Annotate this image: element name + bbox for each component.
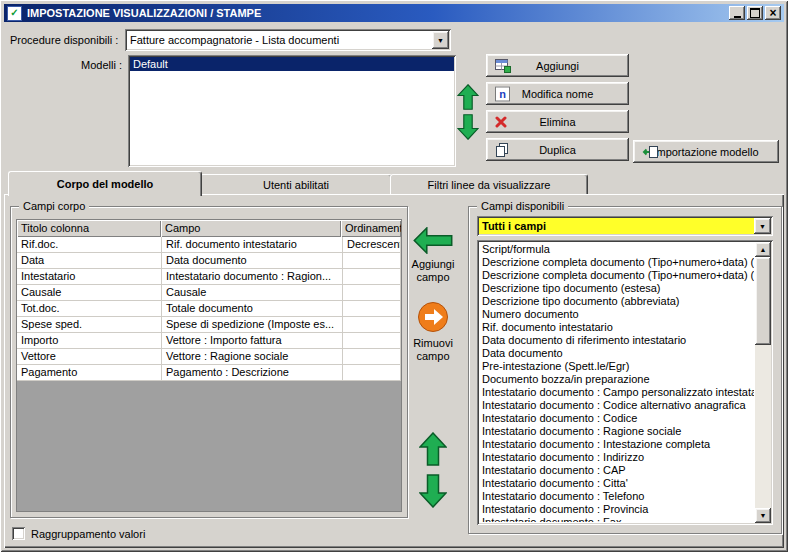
available-field-item[interactable]: Intestatario documento : Ragione sociale [480,425,754,438]
tab-corpo-del-modello[interactable]: Corpo del modello [8,171,202,196]
available-fields-list[interactable]: Script/formula Descrizione completa docu… [477,240,773,525]
available-field-item[interactable]: Intestatario documento : Indirizzo [480,451,754,464]
add-field-button[interactable] [413,227,453,254]
model-item-default[interactable]: Default [130,57,454,71]
elimina-button[interactable]: Elimina [486,110,629,133]
raggruppamento-checkbox[interactable] [12,527,25,540]
cell-ordinamento [343,317,401,333]
cell-ordinamento [343,333,401,349]
aggiungi-label: Aggiungi [536,60,579,72]
cell-ordinamento [343,253,401,269]
maximize-button[interactable] [747,6,763,20]
campi-disponibili-group-label: Campi disponibili [477,200,568,212]
cell-titolo-colonna: Spese sped. [17,317,162,333]
cell-campo: Data documento [162,253,343,269]
cell-campo: Rif. documento intestatario [162,237,343,253]
available-field-item[interactable]: Intestatario documento : Telefono [480,490,754,503]
table-row[interactable]: Data Data documento [17,253,401,269]
model-move-up-button[interactable] [457,84,479,110]
fields-filter-select[interactable]: Tutti i campi ▼ [477,216,773,236]
cell-titolo-colonna: Intestatario [17,269,162,285]
green-down-arrow-icon [419,474,447,508]
cell-titolo-colonna: Pagamento [17,365,162,381]
cell-ordinamento [343,301,401,317]
available-field-item[interactable]: Data documento [480,347,754,360]
available-field-item[interactable]: Intestatario documento : Intestazione co… [480,438,754,451]
add-field-label: Aggiungi campo [403,258,463,284]
importazione-modello-button[interactable]: Importazione modello [633,140,779,163]
minimize-button[interactable] [729,6,745,20]
cell-titolo-colonna: Importo [17,333,162,349]
available-fields-items: Script/formula Descrizione completa docu… [480,243,754,522]
aggiungi-button[interactable]: Aggiungi [486,54,629,77]
available-field-item[interactable]: Intestatario documento : Campo personali… [480,386,754,399]
available-field-item[interactable]: Descrizione completa documento (Tipo+num… [480,269,754,282]
scroll-down-button[interactable]: ▼ [755,508,771,523]
procedure-select[interactable]: Fatture accompagnatorie - Lista document… [125,29,451,51]
cell-ordinamento [343,285,401,301]
table-row[interactable]: Spese sped. Spese di spedizione (Imposte… [17,317,401,333]
available-field-item[interactable]: Intestatario documento : Codice [480,412,754,425]
column-header-titolo-colonna[interactable]: Titolo colonna [17,220,161,237]
window-title: IMPOSTAZIONE VISUALIZZAZIONI / STAMPE [27,7,727,19]
available-field-item[interactable]: Script/formula [480,243,754,256]
cell-titolo-colonna: Vettore [17,349,162,365]
scroll-up-button[interactable]: ▲ [755,242,771,257]
available-field-item[interactable]: Numero documento [480,308,754,321]
tab-content-panel: Campi corpo Titolo colonna Campo Ordinam… [4,194,784,548]
table-header-row: Titolo colonna Campo Ordinamento [17,220,401,237]
maximize-icon [750,8,760,18]
green-up-arrow-icon [419,432,447,466]
table-row[interactable]: Vettore Vettore : Ragione sociale [17,349,401,365]
available-field-item[interactable]: Descrizione completa documento (Tipo+num… [480,256,754,269]
available-field-item[interactable]: Intestatario documento : Codice alternat… [480,399,754,412]
scroll-thumb[interactable] [755,257,771,345]
procedure-dropdown-arrow-icon[interactable]: ▼ [432,31,449,49]
table-row[interactable]: Tot.doc. Totale documento [17,301,401,317]
tab-utenti-abilitati[interactable]: Utenti abilitati [200,174,392,195]
available-field-item[interactable]: Descrizione tipo documento (abbreviata) [480,295,754,308]
green-up-arrow-icon [457,84,479,110]
campi-corpo-table[interactable]: Titolo colonna Campo Ordinamento Rif.doc… [16,219,402,512]
close-icon: × [769,7,776,19]
available-field-item[interactable]: Intestatario documento : Citta' [480,477,754,490]
table-row[interactable]: Importo Vettore : Importo fattura [17,333,401,349]
close-button[interactable]: × [765,6,781,20]
available-field-item[interactable]: Intestatario documento : CAP [480,464,754,477]
table-row[interactable]: Causale Causale [17,285,401,301]
raggruppamento-label[interactable]: Raggruppamento valori [31,528,145,540]
available-field-item[interactable]: Descrizione tipo documento (estesa) [480,282,754,295]
table-grid-icon [495,59,511,73]
modifica-nome-label: Modifica nome [522,88,594,100]
available-field-item[interactable]: Pre-intestazione (Spett.le/Egr) [480,360,754,373]
letter-n-icon: n [495,86,510,101]
modelli-listbox[interactable]: Default [128,55,456,167]
cell-campo: Pagamento : Descrizione [162,365,343,381]
cell-ordinamento [343,349,401,365]
window-check-icon: ✓ [7,6,22,21]
remove-field-button[interactable] [417,301,449,333]
duplica-button[interactable]: Duplica [486,138,629,161]
fields-filter-value: Tutti i campi [477,220,773,232]
available-field-item[interactable]: Rif. documento intestatario [480,321,754,334]
model-move-down-button[interactable] [457,114,479,140]
modifica-nome-button[interactable]: n Modifica nome [486,82,629,105]
orange-right-arrow-icon [417,301,449,333]
available-field-item[interactable]: Intestatario documento : Fax [480,516,754,522]
column-header-ordinamento[interactable]: Ordinamento [341,220,401,237]
column-header-campo[interactable]: Campo [161,220,341,237]
available-field-item[interactable]: Data documento di riferimento intestatar… [480,334,754,347]
fields-scrollbar[interactable]: ▲ ▼ [755,242,771,523]
field-move-down-button[interactable] [419,474,447,508]
table-row[interactable]: Rif.doc. Rif. documento intestatario Dec… [17,237,401,253]
available-field-item[interactable]: Documento bozza/in preparazione [480,373,754,386]
table-row[interactable]: Intestatario Intestatario documento : Ra… [17,269,401,285]
table-row[interactable]: Pagamento Pagamento : Descrizione [17,365,401,381]
fields-filter-dropdown-arrow-icon[interactable]: ▼ [754,218,771,234]
minimize-icon [734,16,741,18]
tab-filtri-linee[interactable]: Filtri linee da visualizzare [390,174,588,195]
available-field-item[interactable]: Intestatario documento : Provincia [480,503,754,516]
campi-disponibili-group: Campi disponibili Tutti i campi ▼ Script… [468,206,782,534]
field-move-up-button[interactable] [419,432,447,466]
green-left-arrow-icon [413,227,453,254]
